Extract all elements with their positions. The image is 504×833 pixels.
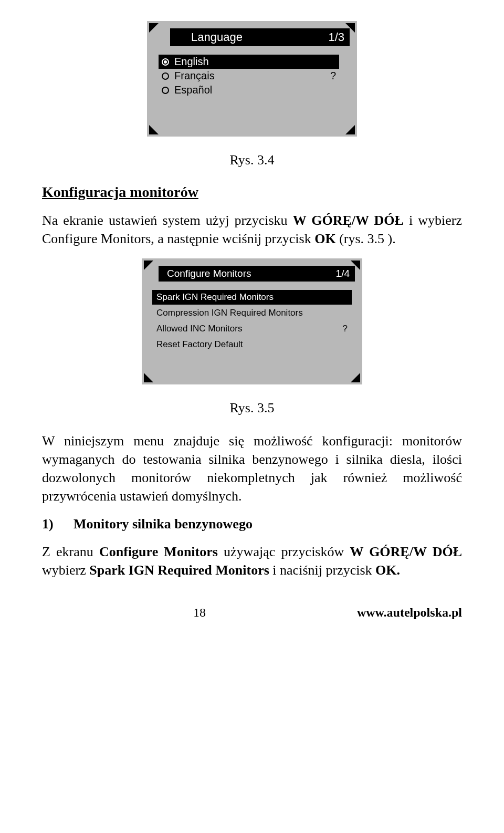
configure-monitors-title-bar: Configure Monitors 1/4 [159, 266, 355, 282]
language-title-bar: Language 1/3 [170, 28, 350, 46]
page-footer: 18 www.autelpolska.pl [42, 606, 462, 620]
language-label: English [174, 56, 209, 68]
corner-tr-icon [345, 23, 355, 33]
config-item-reset-default[interactable]: Reset Factory Default [152, 337, 352, 352]
lcd-screen-configure-monitors: Configure Monitors 1/4 Spark IGN Require… [142, 258, 362, 384]
lcd-page-indicator: 1/4 [336, 268, 350, 279]
radio-icon [162, 72, 169, 80]
radio-icon [162, 87, 169, 94]
list-number: 1) [42, 516, 74, 532]
hint-mark: ? [330, 70, 336, 82]
lcd-screen-language: Language 1/3 English Français ? Español [147, 21, 357, 137]
hint-mark: ? [343, 324, 348, 334]
config-item-label: Reset Factory Default [156, 339, 243, 350]
config-item-label: Allowed INC Monitors [156, 324, 242, 334]
corner-bl-icon [144, 373, 153, 382]
corner-br-icon [345, 125, 355, 134]
language-label: Español [174, 84, 212, 96]
figure-caption-1: Rys. 3.4 [42, 152, 462, 168]
config-item-spark-ign[interactable]: Spark IGN Required Monitors [152, 290, 352, 305]
paragraph-1: Na ekranie ustawień system użyj przycisk… [42, 211, 462, 248]
language-label: Français [174, 70, 215, 82]
paragraph-2: W niniejszym menu znajduje się możliwość… [42, 432, 462, 505]
corner-tl-icon [149, 23, 159, 33]
language-option-espanol[interactable]: Español [159, 83, 339, 97]
config-item-compression-ign[interactable]: Compression IGN Required Monitors [152, 306, 352, 320]
list-text: Monitory silnika benzynowego [74, 516, 253, 532]
section-heading-konfiguracja: Konfiguracja monitorów [42, 184, 462, 201]
paragraph-3: Z ekranu Configure Monitors używając prz… [42, 543, 462, 579]
corner-tl-icon [144, 261, 153, 270]
lcd-title-text: Configure Monitors [164, 268, 251, 279]
lcd-title-text: Language [175, 30, 328, 44]
lcd-page-indicator: 1/3 [328, 30, 344, 44]
config-item-allowed-inc[interactable]: Allowed INC Monitors ? [152, 321, 352, 336]
footer-url: www.autelpolska.pl [357, 606, 462, 620]
corner-bl-icon [149, 125, 159, 134]
figure-caption-2: Rys. 3.5 [42, 400, 462, 416]
language-option-english[interactable]: English [159, 55, 339, 69]
radio-selected-icon [162, 58, 169, 66]
list-item-1: 1) Monitory silnika benzynowego [42, 516, 462, 532]
corner-tr-icon [351, 261, 360, 270]
corner-br-icon [351, 373, 360, 382]
language-option-francais[interactable]: Français ? [159, 69, 339, 83]
config-item-label: Spark IGN Required Monitors [156, 292, 274, 303]
config-item-label: Compression IGN Required Monitors [156, 308, 303, 318]
page-number: 18 [193, 606, 206, 620]
